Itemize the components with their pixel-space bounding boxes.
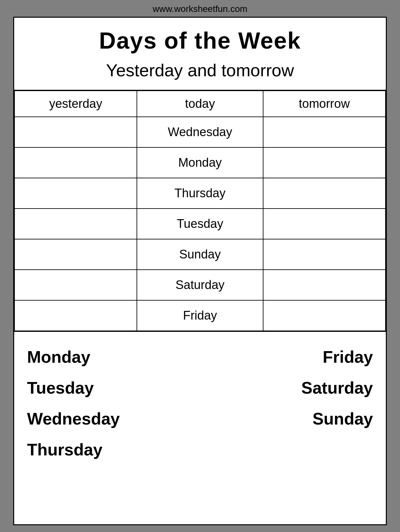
- website-url: www.worksheetfun.com: [0, 0, 400, 17]
- table-row: Tuesday: [14, 209, 386, 239]
- days-table: yesterday today tomorrow Wednesday Monda…: [14, 90, 386, 331]
- ref-monday: Monday: [27, 341, 200, 372]
- header-yesterday: yesterday: [14, 91, 137, 117]
- cell-today-5: Sunday: [137, 239, 263, 270]
- cell-today-2: Monday: [137, 147, 263, 178]
- table-row: Sunday: [14, 239, 386, 270]
- ref-tuesday: Tuesday: [27, 372, 200, 403]
- ref-friday: Friday: [323, 341, 373, 372]
- ref-sunday: Sunday: [312, 403, 373, 434]
- cell-tomorrow-3[interactable]: [263, 178, 386, 209]
- cell-tomorrow-5[interactable]: [263, 239, 386, 270]
- cell-yesterday-3[interactable]: [14, 178, 137, 209]
- cell-tomorrow-1[interactable]: [263, 117, 386, 147]
- table-section: yesterday today tomorrow Wednesday Monda…: [14, 90, 386, 331]
- table-row: Saturday: [14, 270, 386, 300]
- cell-tomorrow-2[interactable]: [263, 147, 386, 178]
- cell-yesterday-5[interactable]: [14, 239, 137, 270]
- cell-tomorrow-7[interactable]: [263, 300, 386, 331]
- table-row: Monday: [14, 147, 386, 178]
- header-section: Days of the Week Yesterday and tomorrow: [14, 18, 386, 90]
- cell-yesterday-6[interactable]: [14, 270, 137, 300]
- ref-saturday: Saturday: [301, 372, 373, 403]
- main-title: Days of the Week: [27, 27, 373, 54]
- header-tomorrow: tomorrow: [263, 91, 386, 117]
- table-row: Friday: [14, 300, 386, 331]
- reference-left: Monday Tuesday Wednesday Thursday: [27, 341, 200, 465]
- cell-today-1: Wednesday: [137, 117, 263, 147]
- table-row: Wednesday: [14, 117, 386, 147]
- subtitle: Yesterday and tomorrow: [27, 60, 373, 80]
- worksheet-container: Days of the Week Yesterday and tomorrow …: [13, 17, 387, 525]
- cell-today-7: Friday: [137, 300, 263, 331]
- cell-yesterday-2[interactable]: [14, 147, 137, 178]
- cell-yesterday-7[interactable]: [14, 300, 137, 331]
- cell-today-4: Tuesday: [137, 209, 263, 239]
- cell-tomorrow-4[interactable]: [263, 209, 386, 239]
- ref-wednesday: Wednesday: [27, 403, 200, 434]
- ref-thursday: Thursday: [27, 434, 200, 465]
- cell-yesterday-1[interactable]: [14, 117, 137, 147]
- cell-tomorrow-6[interactable]: [263, 270, 386, 300]
- reference-section: Monday Tuesday Wednesday Thursday Friday…: [14, 331, 386, 475]
- reference-right: Friday Saturday Sunday: [200, 341, 373, 465]
- cell-today-6: Saturday: [137, 270, 263, 300]
- header-today: today: [137, 91, 263, 117]
- table-row: Thursday: [14, 178, 386, 209]
- table-header-row: yesterday today tomorrow: [14, 91, 386, 117]
- cell-yesterday-4[interactable]: [14, 209, 137, 239]
- cell-today-3: Thursday: [137, 178, 263, 209]
